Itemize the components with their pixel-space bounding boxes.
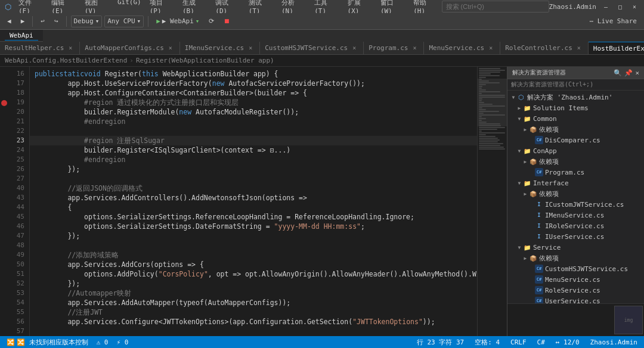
code-line[interactable] [30,241,477,250]
file-tab[interactable]: AutoMapperConfigs.cs× [80,42,179,54]
forward-btn[interactable]: ▶ [17,16,29,26]
code-line[interactable]: options.SerializerSettings.DateFormatStr… [30,222,477,231]
tree-item[interactable]: IIRoleService.cs [507,220,644,231]
panel-pin-icon[interactable]: 📌 [624,69,633,77]
restart-btn[interactable]: ⟳ [205,16,218,26]
close-tab-btn[interactable]: × [350,44,358,52]
user-status[interactable]: Zhaosi.Admin [589,338,639,346]
tree-item[interactable]: ▼📁ConApp [507,145,644,156]
minimap[interactable] [477,67,507,336]
code-line[interactable] [30,174,477,184]
close-tab-btn[interactable]: × [66,44,75,52]
file-tab[interactable]: ResultHelper.cs× [0,42,80,54]
tree-item-icon: C# [535,286,543,294]
close-tab-btn[interactable]: × [410,44,419,52]
tree-item[interactable]: C#CustomHSJWTService.cs [507,263,644,274]
code-line[interactable]: options.AddPolicy("CorsPolicy", opt => o… [30,269,477,279]
close-btn[interactable]: × [630,2,639,11]
tree-item-icon: C# [535,297,543,303]
tree-item[interactable]: C#MenuService.cs [507,274,644,285]
tree-item[interactable]: C#UserService.cs [507,296,644,303]
code-line[interactable]: app.Services.Configure<JWTTokenOptions>(… [30,317,477,327]
webapi-tab[interactable]: WebApi [5,31,38,41]
code-line[interactable] [30,327,477,336]
maximize-btn[interactable]: □ [615,2,625,11]
minimap-line [479,125,501,126]
git-status[interactable]: 🔀 🔀 未找到相应版本控制 [5,338,90,347]
minimap-line [479,143,503,144]
tree-item[interactable]: ▼⬡解决方案 'Zhaosi.Admin' [507,92,644,102]
tree-item[interactable]: ▶📁Solution Items [507,102,644,113]
tree-item[interactable]: ▶📦依赖项 [507,124,644,135]
code-line[interactable]: #region 通过模块化的方式注册接口层和实现层 [30,98,477,107]
code-line[interactable]: { [30,203,477,212]
panel-search-icon[interactable]: 🔍 [614,69,622,77]
code-line[interactable]: //注册JWT [30,307,477,317]
code-line[interactable]: //Automapper映射 [30,288,477,298]
code-line[interactable]: app.Host.ConfigureContainer<ContainerBui… [30,88,477,98]
minimap-line [479,84,486,85]
code-line[interactable]: builder.Register<ISqlSugarClient>(contex… [30,145,477,155]
code-line[interactable]: //添加跨域策略 [30,250,477,260]
close-tab-btn[interactable]: × [575,44,583,52]
encoding-status[interactable]: CRLF [509,338,528,346]
close-tab-btn[interactable]: × [246,44,255,52]
tree-item[interactable]: IICustomJWTService.cs [507,199,644,210]
file-tab[interactable]: RoleController.cs× [500,42,589,54]
tree-item[interactable]: C#RoleService.cs [507,285,644,296]
code-line[interactable]: app.Host.UseServiceProviderFactory(new A… [30,79,477,88]
indent-status[interactable]: ↔ 12/0 [554,338,581,346]
code-line[interactable]: builder.RegisterModule(new AutofacModule… [30,107,477,117]
undo-btn[interactable]: ↩ [37,16,48,26]
file-tab[interactable]: IMenuService.cs× [180,42,260,54]
close-tab-btn[interactable]: × [166,44,175,52]
line-col-status[interactable]: 行 23 字符 37 [415,338,466,347]
code-line[interactable]: #endregion [30,117,477,126]
cpu-dropdown[interactable]: Any CPU ▾ [104,15,144,27]
panel-close-icon[interactable]: × [635,69,639,77]
tree-item[interactable]: C#DisComparer.cs [507,135,644,145]
code-line[interactable]: app.Services.AddControllers().AddNewtons… [30,193,477,203]
tree-item-label: IRoleService.cs [545,222,604,230]
minimize-btn[interactable]: — [601,2,611,11]
code-line[interactable]: //返回JSON的回调格式 [30,184,477,193]
breadcrumb-part1[interactable]: WebApi.Config.HostBuilderExtend [5,57,127,64]
code-editor[interactable]: public static void Register(this WebAppl… [30,67,477,336]
tree-item[interactable]: ▶📦依赖项 [507,253,644,263]
code-line[interactable]: app.Services.AddCors(options => { [30,260,477,269]
stop-btn[interactable]: ⏹ [220,16,234,26]
breadcrumb-part2[interactable]: Register(WebApplicationBuilder app) [136,57,274,64]
tree-item[interactable]: ▼📁Service [507,242,644,253]
code-line[interactable]: }); [30,279,477,288]
code-line[interactable]: }); [30,164,477,174]
code-line[interactable] [30,126,477,136]
redo-btn[interactable]: ↪ [51,16,62,26]
global-search[interactable] [442,1,549,13]
file-tab[interactable]: HostBuilderExtend.cs× [589,42,644,54]
code-line[interactable]: public static void Register(this WebAppl… [30,69,477,79]
tree-item[interactable]: ▼📁Common [507,113,644,124]
tree-item[interactable]: IIMenuService.cs [507,210,644,220]
tree-item[interactable]: ▼📁Interface [507,178,644,188]
code-line[interactable]: #region 注册SqlSugar [30,136,477,145]
errors-status[interactable]: ⚠ 0 [95,338,110,346]
tree-item[interactable]: ▶📦依赖项 [507,188,644,199]
code-line[interactable]: #endregion [30,155,477,164]
run-btn[interactable]: ▶ ▶ WebApi ▾ [153,16,203,26]
file-tab[interactable]: MenuService.cs× [424,42,500,54]
lang-status[interactable]: C# [535,338,547,346]
code-line[interactable]: }); [30,231,477,241]
back-btn[interactable]: ◀ [4,16,15,26]
tree-item[interactable]: IIUserService.cs [507,231,644,242]
file-tab[interactable]: Program.cs× [364,42,424,54]
close-tab-btn[interactable]: × [487,44,495,52]
live-share-btn[interactable]: ⋯ Live Share [586,16,640,26]
code-line[interactable]: app.Services.AddAutoMapper(typeof(AutoMa… [30,298,477,307]
code-line[interactable]: options.SerializerSettings.ReferenceLoop… [30,212,477,222]
file-tab[interactable]: CustomHSJWTService.cs× [260,42,364,54]
tree-item[interactable]: C#Program.cs [507,167,644,178]
config-dropdown[interactable]: Debug ▾ [71,15,103,27]
tree-item[interactable]: ▶📦依赖项 [507,156,644,167]
warnings-status[interactable]: ⚡ 0 [115,338,131,346]
spaces-status[interactable]: 空格: 4 [473,338,501,347]
